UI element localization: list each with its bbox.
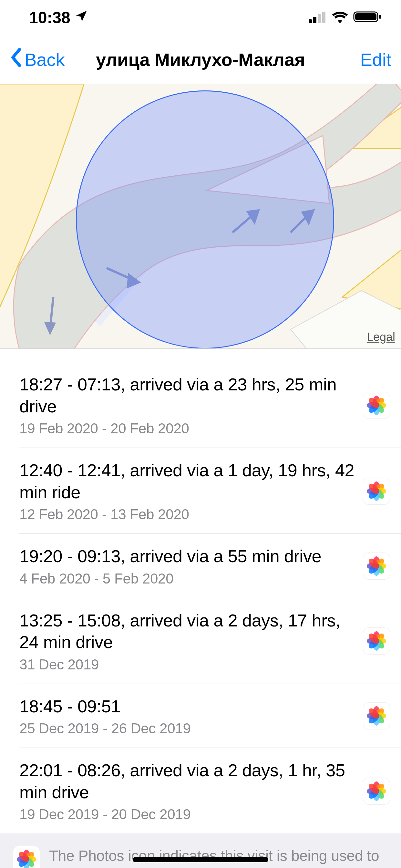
map-view[interactable]: Legal [0, 84, 401, 349]
photos-icon [363, 477, 390, 505]
visit-title: 12:40 - 12:41, arrived via a 1 day, 19 h… [19, 460, 357, 503]
map-legal-link[interactable]: Legal [367, 330, 395, 344]
svg-rect-3 [322, 11, 326, 23]
visit-title: 18:45 - 09:51 [19, 695, 357, 717]
visit-dates: 19 Dec 2019 - 20 Dec 2019 [19, 806, 357, 823]
nav-bar: Back улица Миклухо-Маклая Edit [0, 35, 401, 84]
visit-title: 13:25 - 15:08, arrived via a 2 days, 17 … [19, 610, 357, 653]
visit-dates: 12 Feb 2020 - 13 Feb 2020 [19, 506, 357, 523]
cellular-icon [309, 8, 327, 27]
photos-icon [363, 702, 390, 730]
chevron-left-icon [10, 48, 23, 71]
photos-icon [363, 778, 390, 805]
svg-rect-0 [309, 20, 312, 23]
photos-icon [13, 846, 40, 868]
visit-dates: 4 Feb 2020 - 5 Feb 2020 [19, 570, 357, 587]
photos-icon [363, 392, 390, 419]
svg-rect-2 [318, 14, 321, 23]
photos-footer-note: The Photos icon indicates this visit is … [0, 833, 401, 868]
svg-rect-6 [379, 15, 381, 19]
status-time: 10:38 [29, 8, 70, 27]
visit-row[interactable]: 19:20 - 09:13, arrived via a 55 min driv… [19, 534, 401, 598]
visit-row[interactable]: 22:01 - 08:26, arrived via a 2 days, 1 h… [19, 748, 401, 833]
visits-list: 18:27 - 07:13, arrived via a 23 hrs, 25 … [0, 362, 401, 833]
edit-button[interactable]: Edit [360, 49, 392, 70]
visit-row[interactable]: 13:25 - 15:08, arrived via a 2 days, 17 … [19, 598, 401, 684]
visit-row[interactable]: 18:27 - 07:13, arrived via a 23 hrs, 25 … [19, 362, 401, 448]
visit-dates: 19 Feb 2020 - 20 Feb 2020 [19, 421, 357, 437]
visit-row[interactable]: 12:40 - 12:41, arrived via a 1 day, 19 h… [19, 448, 401, 534]
photos-icon [363, 553, 390, 580]
back-button[interactable]: Back [10, 48, 65, 71]
battery-icon [353, 8, 382, 27]
visit-dates: 31 Dec 2019 [19, 656, 357, 673]
svg-rect-5 [355, 13, 376, 20]
svg-rect-1 [313, 17, 316, 23]
visit-title: 19:20 - 09:13, arrived via a 55 min driv… [19, 546, 357, 567]
visit-dates: 25 Dec 2019 - 26 Dec 2019 [19, 720, 357, 737]
home-indicator [133, 857, 268, 862]
status-bar: 10:38 [0, 0, 401, 35]
location-arrow-icon [74, 8, 89, 27]
back-label: Back [25, 49, 65, 70]
visit-row[interactable]: 18:45 - 09:51 25 Dec 2019 - 26 Dec 2019 [19, 684, 401, 748]
visit-title: 22:01 - 08:26, arrived via a 2 days, 1 h… [19, 760, 357, 803]
wifi-icon [331, 8, 349, 27]
photos-icon [363, 627, 390, 655]
visit-title: 18:27 - 07:13, arrived via a 23 hrs, 25 … [19, 374, 357, 417]
